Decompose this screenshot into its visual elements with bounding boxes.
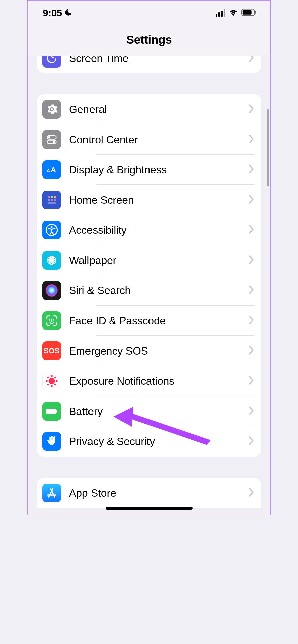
row-control-center[interactable]: Control Center	[37, 124, 261, 155]
header: Settings	[28, 21, 270, 56]
chevron-right-icon	[248, 436, 254, 447]
svg-point-4	[48, 136, 50, 139]
status-right	[216, 9, 257, 17]
page-title: Settings	[28, 33, 270, 46]
row-siri-search[interactable]: Siri & Search	[37, 275, 261, 306]
chevron-right-icon	[248, 345, 254, 356]
row-label: General	[69, 103, 248, 116]
svg-text:A: A	[47, 168, 50, 173]
svg-rect-11	[54, 196, 56, 198]
appstore-icon	[42, 484, 61, 502]
chevron-right-icon	[248, 315, 254, 326]
row-privacy-security[interactable]: Privacy & Security	[37, 426, 261, 457]
moon-icon	[64, 8, 73, 18]
row-label: Home Screen	[69, 194, 248, 206]
battery-icon	[42, 402, 61, 421]
chevron-right-icon	[248, 56, 254, 64]
status-time: 9:05	[43, 7, 62, 19]
settings-group-1: General Control Center AA Display & Brig…	[37, 94, 261, 457]
row-app-store[interactable]: App Store	[37, 478, 261, 508]
chevron-right-icon	[248, 195, 254, 205]
svg-point-34	[54, 384, 56, 386]
text-size-icon: AA	[42, 160, 61, 179]
chevron-right-icon	[248, 488, 254, 498]
chevron-right-icon	[248, 225, 254, 235]
svg-point-25	[46, 284, 58, 297]
row-display-brightness[interactable]: AA Display & Brightness	[37, 155, 261, 185]
svg-rect-36	[56, 410, 57, 413]
row-label: Control Center	[69, 133, 248, 146]
wallpaper-icon	[42, 251, 61, 270]
siri-icon	[42, 281, 61, 300]
row-exposure-notifications[interactable]: Exposure Notifications	[37, 366, 261, 396]
row-label: Display & Brightness	[69, 164, 248, 176]
svg-rect-12	[48, 199, 50, 201]
svg-point-28	[51, 385, 53, 387]
home-indicator[interactable]	[106, 507, 193, 510]
chevron-right-icon	[248, 285, 254, 296]
svg-point-26	[48, 378, 55, 384]
chevron-right-icon	[248, 134, 254, 145]
sos-icon: SOS	[42, 341, 61, 360]
svg-rect-14	[54, 199, 56, 201]
svg-rect-35	[46, 409, 56, 414]
row-label: Accessibility	[69, 224, 248, 236]
svg-rect-9	[48, 196, 50, 198]
scroll-indicator[interactable]	[267, 109, 269, 186]
row-battery[interactable]: Battery	[37, 396, 261, 426]
row-label: App Store	[69, 487, 248, 499]
row-label: Privacy & Security	[69, 435, 248, 448]
exposure-icon	[42, 372, 61, 390]
chevron-right-icon	[248, 255, 254, 266]
row-label: Emergency SOS	[69, 345, 248, 357]
svg-rect-13	[51, 199, 53, 201]
row-label: Wallpaper	[69, 254, 248, 267]
svg-point-33	[47, 384, 49, 386]
row-faceid-passcode[interactable]: Face ID & Passcode	[37, 306, 261, 336]
home-grid-icon	[42, 191, 61, 209]
cellular-signal-icon	[216, 9, 225, 17]
chevron-right-icon	[248, 406, 254, 417]
status-bar: 9:05	[28, 1, 270, 21]
gear-icon	[42, 100, 61, 119]
screen-time-icon	[42, 56, 61, 68]
toggles-icon	[42, 130, 61, 149]
chevron-right-icon	[248, 376, 254, 386]
svg-point-30	[56, 380, 58, 382]
row-screen-time[interactable]: Screen Time	[37, 56, 261, 73]
svg-point-27	[51, 375, 53, 377]
svg-rect-15	[48, 202, 56, 204]
row-label: Screen Time	[69, 56, 248, 65]
svg-point-17	[51, 226, 52, 228]
svg-point-32	[54, 377, 56, 379]
svg-rect-2	[255, 11, 256, 14]
settings-group-2: App Store	[37, 478, 261, 508]
svg-text:A: A	[51, 166, 56, 174]
row-accessibility[interactable]: Accessibility	[37, 215, 261, 245]
svg-rect-10	[51, 196, 53, 198]
svg-point-6	[53, 141, 55, 143]
svg-point-31	[47, 377, 49, 379]
svg-rect-1	[243, 10, 252, 14]
chevron-right-icon	[248, 164, 254, 175]
faceid-icon	[42, 311, 61, 330]
svg-point-29	[46, 380, 48, 382]
chevron-right-icon	[248, 104, 254, 115]
row-emergency-sos[interactable]: SOS Emergency SOS	[37, 336, 261, 366]
row-label: Face ID & Passcode	[69, 315, 248, 327]
row-wallpaper[interactable]: Wallpaper	[37, 245, 261, 275]
settings-group-0: Screen Time	[37, 56, 261, 73]
hand-icon	[42, 432, 61, 451]
row-general[interactable]: General	[37, 94, 261, 124]
row-label: Battery	[69, 405, 248, 418]
row-label: Siri & Search	[69, 284, 248, 297]
accessibility-icon	[42, 221, 61, 239]
battery-icon	[241, 9, 257, 17]
wifi-icon	[229, 9, 238, 17]
row-home-screen[interactable]: Home Screen	[37, 185, 261, 215]
row-label: Exposure Notifications	[69, 375, 248, 387]
status-left: 9:05	[43, 7, 73, 19]
